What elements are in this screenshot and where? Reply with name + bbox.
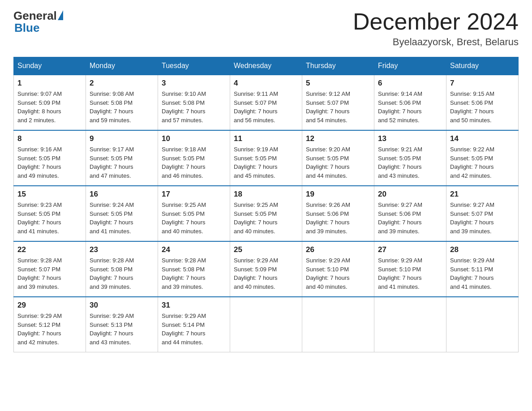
day-info: Sunrise: 9:29 AMSunset: 5:10 PMDaylight:… [378,256,442,291]
calendar-cell: 20Sunrise: 9:27 AMSunset: 5:06 PMDayligh… [374,186,446,241]
day-info: Sunrise: 9:28 AMSunset: 5:08 PMDaylight:… [90,256,154,291]
calendar-cell: 29Sunrise: 9:29 AMSunset: 5:12 PMDayligh… [14,297,86,352]
day-info: Sunrise: 9:17 AMSunset: 5:05 PMDaylight:… [90,145,154,180]
day-info: Sunrise: 9:14 AMSunset: 5:06 PMDaylight:… [378,90,442,124]
day-info: Sunrise: 9:10 AMSunset: 5:08 PMDaylight:… [162,90,226,124]
calendar-cell: 28Sunrise: 9:29 AMSunset: 5:11 PMDayligh… [446,241,519,297]
calendar-cell: 5Sunrise: 9:12 AMSunset: 5:07 PMDaylight… [302,75,374,130]
day-number: 8 [17,134,82,143]
calendar-cell: 27Sunrise: 9:29 AMSunset: 5:10 PMDayligh… [374,241,446,297]
calendar-cell [374,297,446,352]
calendar-cell: 18Sunrise: 9:25 AMSunset: 5:05 PMDayligh… [230,186,302,241]
calendar-cell: 22Sunrise: 9:28 AMSunset: 5:07 PMDayligh… [14,241,86,297]
calendar-header-row: SundayMondayTuesdayWednesdayThursdayFrid… [14,57,519,75]
day-info: Sunrise: 9:22 AMSunset: 5:05 PMDaylight:… [450,145,515,180]
day-number: 6 [378,79,442,88]
day-number: 5 [306,79,370,88]
day-info: Sunrise: 9:11 AMSunset: 5:07 PMDaylight:… [234,90,298,124]
day-number: 1 [17,79,82,88]
day-number: 13 [378,134,442,143]
calendar-cell: 8Sunrise: 9:16 AMSunset: 5:05 PMDaylight… [14,130,86,186]
day-info: Sunrise: 9:18 AMSunset: 5:05 PMDaylight:… [162,145,226,180]
day-number: 27 [378,245,442,254]
day-number: 18 [234,190,298,199]
day-info: Sunrise: 9:26 AMSunset: 5:06 PMDaylight:… [306,201,370,235]
logo-blue-text: Blue [14,21,39,35]
day-number: 26 [306,245,370,254]
day-info: Sunrise: 9:29 AMSunset: 5:09 PMDaylight:… [234,256,298,291]
day-info: Sunrise: 9:23 AMSunset: 5:05 PMDaylight:… [17,201,82,235]
day-number: 29 [17,301,82,310]
day-info: Sunrise: 9:25 AMSunset: 5:05 PMDaylight:… [234,201,298,235]
day-info: Sunrise: 9:28 AMSunset: 5:08 PMDaylight:… [162,256,226,291]
calendar-cell: 24Sunrise: 9:28 AMSunset: 5:08 PMDayligh… [158,241,230,297]
calendar-cell: 9Sunrise: 9:17 AMSunset: 5:05 PMDaylight… [86,130,158,186]
weekday-header-saturday: Saturday [446,57,519,75]
day-info: Sunrise: 9:15 AMSunset: 5:06 PMDaylight:… [450,90,515,124]
calendar-cell: 31Sunrise: 9:29 AMSunset: 5:14 PMDayligh… [158,297,230,352]
day-number: 3 [162,79,226,88]
calendar-week-row: 8Sunrise: 9:16 AMSunset: 5:05 PMDaylight… [14,130,519,186]
calendar-cell: 12Sunrise: 9:20 AMSunset: 5:05 PMDayligh… [302,130,374,186]
day-info: Sunrise: 9:29 AMSunset: 5:14 PMDaylight:… [162,312,226,347]
day-number: 11 [234,134,298,143]
calendar-table: SundayMondayTuesdayWednesdayThursdayFrid… [13,57,519,352]
calendar-cell: 21Sunrise: 9:27 AMSunset: 5:07 PMDayligh… [446,186,519,241]
calendar-week-row: 1Sunrise: 9:07 AMSunset: 5:09 PMDaylight… [14,75,519,130]
calendar-cell: 7Sunrise: 9:15 AMSunset: 5:06 PMDaylight… [446,75,519,130]
day-number: 2 [90,79,154,88]
calendar-cell [302,297,374,352]
calendar-week-row: 29Sunrise: 9:29 AMSunset: 5:12 PMDayligh… [14,297,519,352]
calendar-cell: 23Sunrise: 9:28 AMSunset: 5:08 PMDayligh… [86,241,158,297]
calendar-cell: 26Sunrise: 9:29 AMSunset: 5:10 PMDayligh… [302,241,374,297]
day-number: 20 [378,190,442,199]
day-info: Sunrise: 9:29 AMSunset: 5:11 PMDaylight:… [450,256,515,291]
day-number: 22 [17,245,82,254]
calendar-cell: 25Sunrise: 9:29 AMSunset: 5:09 PMDayligh… [230,241,302,297]
calendar-cell: 19Sunrise: 9:26 AMSunset: 5:06 PMDayligh… [302,186,374,241]
weekday-header-monday: Monday [86,57,158,75]
calendar-cell: 13Sunrise: 9:21 AMSunset: 5:05 PMDayligh… [374,130,446,186]
day-info: Sunrise: 9:08 AMSunset: 5:08 PMDaylight:… [90,90,154,124]
day-info: Sunrise: 9:21 AMSunset: 5:05 PMDaylight:… [378,145,442,180]
day-info: Sunrise: 9:24 AMSunset: 5:05 PMDaylight:… [90,201,154,235]
day-number: 25 [234,245,298,254]
calendar-cell: 17Sunrise: 9:25 AMSunset: 5:05 PMDayligh… [158,186,230,241]
day-number: 31 [162,301,226,310]
day-info: Sunrise: 9:27 AMSunset: 5:06 PMDaylight:… [378,201,442,235]
calendar-cell: 11Sunrise: 9:19 AMSunset: 5:05 PMDayligh… [230,130,302,186]
day-number: 10 [162,134,226,143]
calendar-week-row: 15Sunrise: 9:23 AMSunset: 5:05 PMDayligh… [14,186,519,241]
day-info: Sunrise: 9:25 AMSunset: 5:05 PMDaylight:… [162,201,226,235]
calendar-cell: 6Sunrise: 9:14 AMSunset: 5:06 PMDaylight… [374,75,446,130]
day-info: Sunrise: 9:27 AMSunset: 5:07 PMDaylight:… [450,201,515,235]
day-info: Sunrise: 9:29 AMSunset: 5:13 PMDaylight:… [90,312,154,347]
day-number: 19 [306,190,370,199]
title-section: December 2024 Byelaazyorsk, Brest, Belar… [353,9,519,48]
calendar-cell [446,297,519,352]
calendar-week-row: 22Sunrise: 9:28 AMSunset: 5:07 PMDayligh… [14,241,519,297]
day-info: Sunrise: 9:19 AMSunset: 5:05 PMDaylight:… [234,145,298,180]
day-info: Sunrise: 9:29 AMSunset: 5:12 PMDaylight:… [17,312,82,347]
day-number: 9 [90,134,154,143]
day-info: Sunrise: 9:16 AMSunset: 5:05 PMDaylight:… [17,145,82,180]
day-number: 12 [306,134,370,143]
day-number: 7 [450,79,515,88]
day-number: 4 [234,79,298,88]
calendar-cell: 30Sunrise: 9:29 AMSunset: 5:13 PMDayligh… [86,297,158,352]
logo: General Blue [13,9,64,35]
day-info: Sunrise: 9:28 AMSunset: 5:07 PMDaylight:… [17,256,82,291]
weekday-header-tuesday: Tuesday [158,57,230,75]
day-number: 16 [90,190,154,199]
calendar-cell: 15Sunrise: 9:23 AMSunset: 5:05 PMDayligh… [14,186,86,241]
calendar-cell: 16Sunrise: 9:24 AMSunset: 5:05 PMDayligh… [86,186,158,241]
calendar-cell: 4Sunrise: 9:11 AMSunset: 5:07 PMDaylight… [230,75,302,130]
day-number: 17 [162,190,226,199]
day-info: Sunrise: 9:29 AMSunset: 5:10 PMDaylight:… [306,256,370,291]
weekday-header-friday: Friday [374,57,446,75]
day-number: 28 [450,245,515,254]
day-number: 14 [450,134,515,143]
calendar-cell: 2Sunrise: 9:08 AMSunset: 5:08 PMDaylight… [86,75,158,130]
day-number: 24 [162,245,226,254]
weekday-header-sunday: Sunday [14,57,86,75]
